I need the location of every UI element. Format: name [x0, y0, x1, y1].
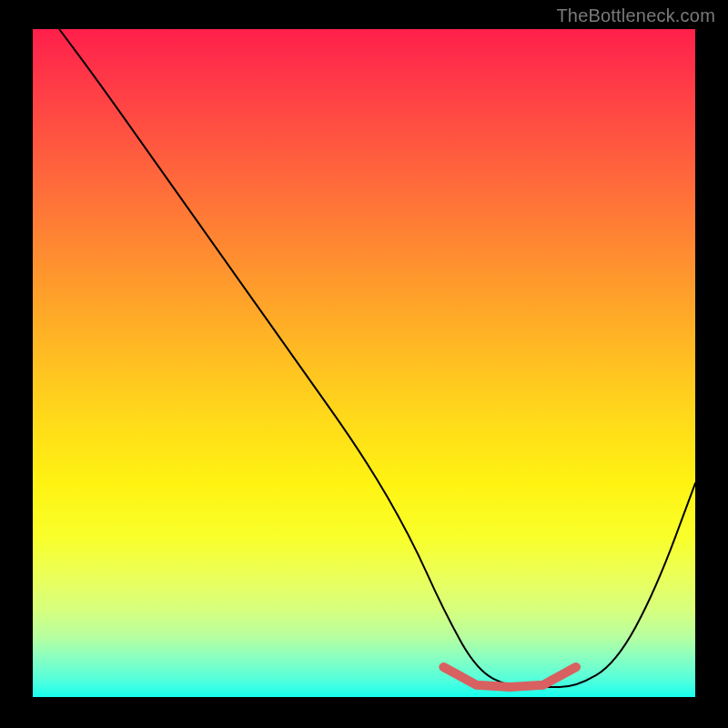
curve-svg — [33, 29, 695, 697]
watermark-text: TheBottleneck.com — [556, 5, 715, 26]
bottleneck-curve-path — [59, 29, 695, 687]
chart-frame: TheBottleneck.com — [0, 0, 728, 728]
optimal-zone-path — [443, 667, 576, 687]
plot-area — [33, 29, 695, 697]
